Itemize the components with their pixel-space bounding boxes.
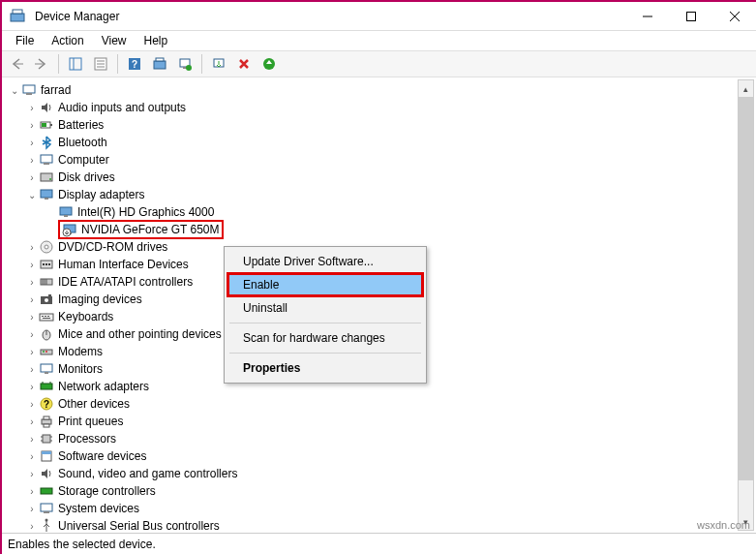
- expand-icon[interactable]: ›: [25, 467, 39, 480]
- tree-node[interactable]: › Universal Serial Bus controllers: [6, 517, 756, 533]
- ctx-uninstall[interactable]: Uninstall: [227, 296, 423, 320]
- expand-icon[interactable]: ›: [25, 240, 39, 254]
- tree-node[interactable]: › Bluetooth: [6, 134, 756, 151]
- tree-root[interactable]: ⌄ farrad: [6, 81, 756, 99]
- tree-label: Computer: [58, 153, 109, 167]
- menu-action[interactable]: Action: [44, 32, 91, 49]
- scan-button[interactable]: [149, 53, 170, 75]
- vertical-scrollbar[interactable]: ▴ ▾: [738, 79, 754, 531]
- tree-node[interactable]: › Print queues: [6, 413, 756, 430]
- properties-button[interactable]: [90, 53, 111, 75]
- svg-point-40: [43, 263, 45, 265]
- tree-child-intel[interactable]: · Intel(R) HD Graphics 4000: [6, 203, 756, 221]
- statusbar: Enables the selected device.: [2, 533, 756, 554]
- update-driver-button[interactable]: [174, 53, 196, 75]
- menu-help[interactable]: Help: [136, 32, 176, 49]
- svg-point-18: [186, 65, 192, 71]
- collapse-icon[interactable]: ⌄: [8, 83, 21, 97]
- no-expander: ·: [45, 223, 58, 236]
- tree-node[interactable]: › Software devices: [6, 447, 756, 465]
- ctx-properties[interactable]: Properties: [227, 356, 423, 380]
- tree-child-nvidia[interactable]: · NVIDIA GeForce GT 650M: [6, 221, 756, 238]
- tree-node[interactable]: › Audio inputs and outputs: [6, 99, 756, 116]
- collapse-icon[interactable]: ⌄: [25, 188, 39, 201]
- menu-file[interactable]: File: [8, 32, 42, 49]
- dvd-icon: [39, 239, 54, 255]
- svg-rect-62: [41, 384, 52, 389]
- expand-icon[interactable]: ›: [25, 101, 39, 114]
- expand-icon[interactable]: ›: [25, 292, 39, 306]
- svg-point-48: [45, 298, 48, 302]
- toolbar: ?: [2, 50, 756, 77]
- expand-icon[interactable]: ›: [25, 136, 39, 149]
- expand-icon[interactable]: ›: [25, 502, 39, 515]
- expand-icon[interactable]: ›: [25, 275, 39, 289]
- enable-button[interactable]: [208, 53, 229, 75]
- tree-node[interactable]: › Computer: [6, 151, 756, 169]
- expand-icon[interactable]: ›: [25, 432, 39, 446]
- close-button[interactable]: [712, 2, 756, 31]
- expand-icon[interactable]: ›: [25, 310, 39, 323]
- expand-icon[interactable]: ›: [25, 118, 39, 132]
- maximize-button[interactable]: [669, 2, 712, 31]
- svg-point-41: [45, 263, 47, 265]
- expand-icon[interactable]: ›: [25, 397, 39, 411]
- tree-node[interactable]: › Sound, video and game controllers: [6, 465, 756, 482]
- scroll-track[interactable]: [739, 97, 753, 513]
- tree-node[interactable]: › ? Other devices: [6, 395, 756, 413]
- svg-rect-70: [43, 435, 50, 443]
- cpu-icon: [39, 431, 54, 446]
- tree-node[interactable]: › Processors: [6, 430, 756, 447]
- svg-rect-54: [43, 318, 50, 319]
- printer-icon: [39, 414, 54, 429]
- expand-icon[interactable]: ›: [25, 153, 39, 167]
- svg-rect-27: [44, 163, 49, 165]
- svg-rect-3: [686, 12, 695, 20]
- tree-label: Modems: [58, 345, 103, 358]
- ctx-enable[interactable]: Enable: [227, 273, 423, 296]
- expand-icon[interactable]: ›: [25, 484, 39, 498]
- tree-node[interactable]: › System devices: [6, 500, 756, 517]
- svg-rect-31: [45, 198, 48, 200]
- tree-label: Human Interface Devices: [58, 258, 189, 271]
- expand-icon[interactable]: ›: [25, 170, 39, 184]
- expand-icon[interactable]: ›: [25, 519, 39, 533]
- tree-label: Software devices: [58, 449, 146, 463]
- help-button[interactable]: ?: [124, 53, 145, 75]
- software-icon: [39, 448, 54, 464]
- storage-icon: [39, 483, 54, 499]
- svg-text:?: ?: [132, 59, 137, 70]
- tree-node[interactable]: › Disk drives: [6, 169, 756, 186]
- tree-node-display-adapters[interactable]: ⌄ Display adapters: [6, 186, 756, 203]
- tree-label: Imaging devices: [58, 292, 142, 306]
- mouse-icon: [39, 326, 54, 342]
- expand-icon[interactable]: ›: [25, 362, 39, 376]
- expand-icon[interactable]: ›: [25, 415, 39, 428]
- ctx-scan[interactable]: Scan for hardware changes: [227, 326, 423, 350]
- tree-label: Print queues: [58, 415, 123, 428]
- tree-label: Other devices: [58, 397, 130, 411]
- ctx-update-driver[interactable]: Update Driver Software...: [227, 250, 423, 273]
- svg-rect-50: [40, 314, 53, 321]
- svg-rect-26: [41, 155, 52, 163]
- uninstall-button[interactable]: [233, 53, 255, 75]
- svg-rect-68: [44, 416, 49, 419]
- show-hide-tree-button[interactable]: [65, 53, 86, 75]
- scroll-thumb[interactable]: [739, 97, 753, 480]
- minimize-button[interactable]: [625, 2, 669, 31]
- tree-node[interactable]: › Storage controllers: [6, 482, 756, 500]
- expand-icon[interactable]: ›: [25, 327, 39, 341]
- expand-icon[interactable]: ›: [25, 345, 39, 358]
- expand-icon[interactable]: ›: [25, 380, 39, 393]
- expand-icon[interactable]: ›: [25, 258, 39, 271]
- scroll-up-button[interactable]: ▴: [739, 80, 753, 97]
- toolbar-separator: [58, 54, 59, 74]
- display-icon: [58, 204, 74, 220]
- tree-label: Storage controllers: [58, 484, 156, 498]
- scan-hardware-button[interactable]: [258, 53, 280, 75]
- back-button[interactable]: [6, 53, 27, 75]
- menu-view[interactable]: View: [94, 32, 135, 49]
- expand-icon[interactable]: ›: [25, 449, 39, 463]
- tree-node[interactable]: › Batteries: [6, 116, 756, 134]
- forward-button[interactable]: [31, 53, 52, 75]
